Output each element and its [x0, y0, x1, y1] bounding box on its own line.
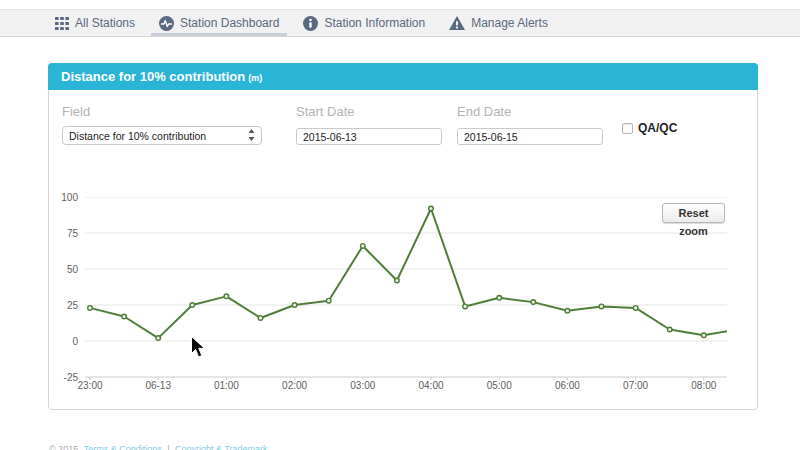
- pulse-circle-icon: [159, 16, 174, 31]
- chart-plot-area[interactable]: [85, 197, 727, 381]
- y-axis-tick-label: 75: [48, 228, 78, 239]
- field-select-value: Distance for 10% contribution: [69, 130, 248, 142]
- footer-copyright: © 2015: [49, 444, 78, 450]
- nav-tab-label: All Stations: [75, 16, 135, 30]
- nav-tab-manage-alerts[interactable]: Manage Alerts: [441, 10, 556, 36]
- info-circle-icon: [303, 16, 318, 31]
- nav-tab-label: Manage Alerts: [471, 16, 548, 30]
- x-axis-tick-label: 05:00: [477, 380, 521, 391]
- nav-tab-all-stations[interactable]: All Stations: [47, 10, 143, 36]
- grid-icon: [55, 17, 69, 30]
- footer: © 2015 Terms & Conditions | Copyright & …: [49, 444, 271, 450]
- panel-title-unit: (m): [248, 73, 262, 83]
- nav-tab-label: Station Information: [324, 16, 425, 30]
- qaqc-group: QA/QC: [622, 121, 677, 135]
- field-label: Field: [62, 104, 90, 119]
- x-axis-tick-label: 02:00: [273, 380, 317, 391]
- select-stepper-icon: [248, 129, 255, 143]
- y-axis-tick-label: 0: [48, 336, 78, 347]
- end-date-input[interactable]: [457, 128, 603, 145]
- footer-link-terms[interactable]: Terms & Conditions: [84, 444, 162, 450]
- top-navbar: All Stations Station Dashboard: [0, 9, 800, 37]
- reset-zoom-button[interactable]: Reset zoom: [662, 203, 725, 223]
- field-select[interactable]: Distance for 10% contribution: [62, 126, 262, 145]
- nav-items: All Stations Station Dashboard: [47, 10, 556, 36]
- x-axis-tick-label: 04:00: [409, 380, 453, 391]
- end-date-label: End Date: [457, 104, 511, 119]
- app-window: All Stations Station Dashboard: [0, 0, 800, 450]
- x-axis-tick-label: 23:00: [68, 380, 112, 391]
- qaqc-checkbox[interactable]: [622, 123, 633, 134]
- nav-tab-station-dashboard[interactable]: Station Dashboard: [151, 10, 287, 36]
- nav-tab-station-information[interactable]: Station Information: [295, 10, 433, 36]
- x-axis-tick-label: 07:00: [614, 380, 658, 391]
- start-date-label: Start Date: [296, 104, 355, 119]
- x-axis-tick-label: 01:00: [204, 380, 248, 391]
- x-axis-tick-label: 06-13: [136, 380, 180, 391]
- y-axis-tick-label: 25: [48, 300, 78, 311]
- alert-triangle-icon: [449, 16, 465, 30]
- mouse-cursor-icon: [190, 336, 206, 360]
- start-date-input[interactable]: [296, 128, 442, 145]
- panel-title: Distance for 10% contribution: [61, 69, 245, 84]
- nav-tab-label: Station Dashboard: [180, 16, 279, 30]
- qaqc-label: QA/QC: [638, 121, 677, 135]
- x-axis-tick-label: 03:00: [341, 380, 385, 391]
- x-axis-tick-label: 06:00: [545, 380, 589, 391]
- footer-link-copyright[interactable]: Copyright & Trademark: [175, 444, 268, 450]
- panel-title-bar: Distance for 10% contribution(m): [48, 63, 758, 90]
- y-axis-tick-label: 100: [48, 192, 78, 203]
- x-axis-tick-label: 08:00: [682, 380, 726, 391]
- y-axis-tick-label: 50: [48, 264, 78, 275]
